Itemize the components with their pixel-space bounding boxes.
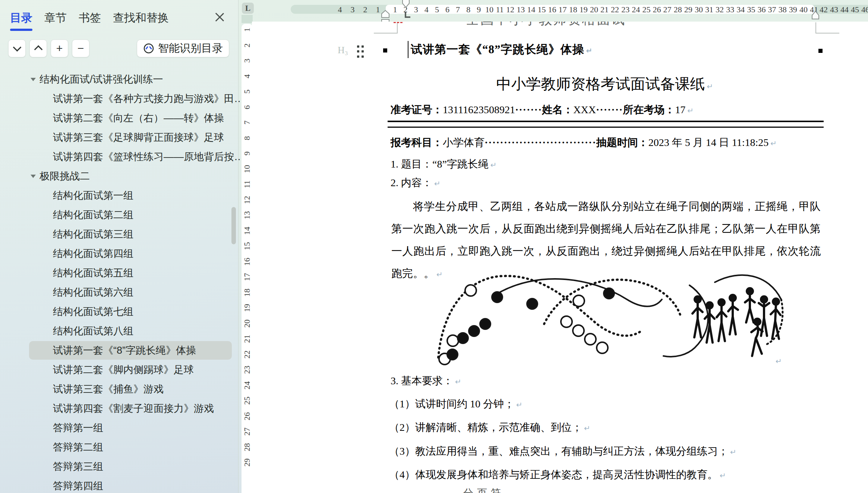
tab-bookmarks[interactable]: 书签: [79, 10, 101, 31]
right-indent-marker[interactable]: [811, 10, 820, 20]
item-content-line[interactable]: 2. 内容：↵: [391, 176, 441, 190]
ruler-number: 2: [242, 40, 252, 51]
close-icon[interactable]: [215, 12, 224, 22]
toc-item[interactable]: 试讲第一套《各种方式接力跑与游戏》田…: [0, 89, 239, 108]
collapse-level-button[interactable]: −: [72, 39, 89, 57]
paragraph-drag-handle-icon[interactable]: [357, 45, 365, 58]
toc-item[interactable]: 试讲第二套《脚内侧踢球》足球: [0, 360, 239, 379]
ruler-number: 25: [641, 5, 652, 14]
field-value: XXX: [573, 104, 596, 115]
requirement-line[interactable]: （1）试讲时间约 10 分钟；↵: [389, 397, 523, 411]
field-value: 13111623508921: [443, 104, 515, 115]
document-page[interactable]: 全国中小学教师资格面试 H₃ 试讲第一套《“8”字跳长绳》体操↵ 中小学教师资格…: [252, 22, 868, 493]
field-label: 姓名：: [542, 104, 573, 115]
ruler-number: 29: [683, 5, 694, 14]
expand-all-button[interactable]: [8, 39, 26, 57]
tab-chapters[interactable]: 章节: [44, 10, 67, 31]
expand-level-button[interactable]: +: [51, 39, 68, 57]
ruler-number: 3: [347, 5, 358, 14]
ruler-number: 30: [693, 5, 704, 14]
toc-item-label: 答辩第一组: [53, 421, 103, 435]
ruler-number: 6: [442, 5, 453, 14]
ruler-number: 32: [714, 5, 725, 14]
toc-toolbar: + − 智能识别目录: [8, 39, 230, 57]
ruler-number: 18: [242, 287, 252, 298]
tab-toc[interactable]: 目录: [10, 10, 32, 31]
toc-item[interactable]: 结构化面试第四组: [0, 244, 239, 263]
requirement-line[interactable]: （3）教法应用得当，重、难点突出，有辅助与纠正方法，体现分组练习；↵: [389, 444, 736, 458]
sidebar-panel: 目录章节书签查找和替换 + − 智能识别目录 结构化面试/试讲强化训练一试讲第一…: [0, 0, 239, 493]
ruler-number: 26: [242, 411, 252, 422]
toc-item-label: 试讲第三套《足球脚背正面接球》足球: [53, 131, 224, 144]
margin-corner-mark-left: [374, 22, 398, 34]
chevron-up-icon: [34, 45, 42, 54]
lesson-heading[interactable]: 试讲第一套《“8”字跳长绳》体操↵: [411, 42, 593, 57]
document-title[interactable]: 中小学教师资格考试面试备课纸↵: [391, 74, 818, 94]
item-title-line[interactable]: 1. 题目：“8”字跳长绳↵: [391, 157, 497, 171]
collapse-arrow-icon[interactable]: [31, 175, 36, 178]
ruler-number: 28: [672, 5, 684, 14]
paragraph-mark: ↵: [687, 106, 694, 115]
vertical-ruler-cap: [242, 15, 253, 23]
ruler-number: 20: [588, 5, 600, 14]
paragraph-mark: ↵: [730, 448, 736, 457]
toc-item[interactable]: 答辩第一组: [0, 418, 239, 438]
ruler-number: 19: [242, 302, 252, 314]
heading-level-badge: H₃: [338, 45, 348, 56]
sidebar-scrollbar[interactable]: [231, 207, 236, 244]
toc-item[interactable]: 结构化面试第三组: [0, 225, 239, 244]
toc-item[interactable]: 结构化面试第六组: [0, 283, 239, 302]
collapse-all-button[interactable]: [29, 39, 47, 57]
toc-item[interactable]: 试讲第三套《足球脚背正面接球》足球: [0, 128, 239, 147]
ruler-number: 17: [557, 5, 568, 14]
toc-group[interactable]: 极限挑战二: [0, 166, 239, 186]
requirement-line[interactable]: （2）讲解清晰、精炼，示范准确、到位；↵: [389, 420, 590, 435]
toc-item-label: 试讲第四套《割麦子迎面接力》游戏: [53, 402, 214, 415]
ruler-number: 37: [767, 5, 778, 14]
double-rule: [388, 121, 824, 128]
previous-page-tail-text: 全国中小学教师资格面试: [466, 22, 626, 29]
collapse-arrow-icon[interactable]: [31, 78, 36, 81]
ruler-number: 4: [334, 5, 345, 14]
ruler-number: 5: [431, 5, 442, 14]
toc-group[interactable]: 结构化面试/试讲强化训练一: [0, 70, 239, 89]
subject-time-line[interactable]: 报考科目：小学体育·····························抽题…: [391, 136, 777, 150]
toc-item[interactable]: 试讲第四套《篮球性练习——原地背后按…: [0, 147, 239, 166]
plus-icon: +: [56, 42, 63, 55]
exam-info-line[interactable]: 准考证号：13111623508921·······姓名：XXX·······所…: [391, 103, 694, 117]
toc-item-label: 结构化面试第二组: [53, 208, 133, 222]
toc-item[interactable]: 结构化面试第七组: [0, 302, 239, 321]
toc-item[interactable]: 答辩第三组: [0, 457, 239, 476]
tab-stop-marker[interactable]: [405, 12, 410, 18]
toc-item-label: 结构化面试第一组: [53, 189, 133, 202]
toc-item[interactable]: 试讲第二套《向左（右）——转》体操: [0, 108, 239, 128]
toc-item[interactable]: 试讲第三套《捕鱼》游戏: [0, 379, 239, 399]
toc-item[interactable]: 结构化面试第一组: [0, 186, 239, 205]
toc-item[interactable]: 试讲第四套《割麦子迎面接力》游戏: [0, 399, 239, 418]
paragraph-mark: ↵: [776, 357, 782, 366]
first-line-indent-marker[interactable]: [401, 0, 410, 9]
requirement-line[interactable]: （4）体现发展身体和培养与矫正身体姿态，提高灵活性协调性的教育。↵: [389, 468, 726, 482]
toc-item-label: 极限挑战二: [40, 169, 90, 183]
heading-bullet-left: [383, 48, 387, 53]
paragraph-mark: ↵: [770, 139, 777, 148]
requirements-header[interactable]: 3. 基本要求：↵: [391, 374, 461, 388]
tab-selector-button[interactable]: L: [242, 3, 254, 14]
toc-item[interactable]: 结构化面试第二组: [0, 205, 239, 225]
ruler-number: 8: [242, 133, 252, 144]
ruler-number: 34: [735, 5, 746, 14]
ruler-number: 40: [798, 5, 809, 14]
toc-item[interactable]: 结构化面试第八组: [0, 321, 239, 341]
ruler-number: 26: [651, 5, 663, 14]
ruler-number: 11: [242, 179, 252, 190]
ruler-number: 10: [484, 5, 495, 14]
toc-item[interactable]: 答辩第二组: [0, 438, 239, 457]
smart-recognize-toc-button[interactable]: 智能识别目录: [137, 39, 229, 57]
toc-item[interactable]: 结构化面试第五组: [0, 263, 239, 283]
toc-item[interactable]: 答辩第四组: [0, 476, 239, 493]
toc-item[interactable]: 试讲第一套《“8”字跳长绳》体操: [0, 341, 239, 360]
vertical-ruler: 1234567891011121314151617181920212223242…: [242, 24, 253, 493]
ruler-number: 22: [609, 5, 621, 14]
field-value: 2023 年 5 月 14 日 11:18:25: [648, 137, 769, 148]
tab-find-replace[interactable]: 查找和替换: [113, 10, 169, 31]
